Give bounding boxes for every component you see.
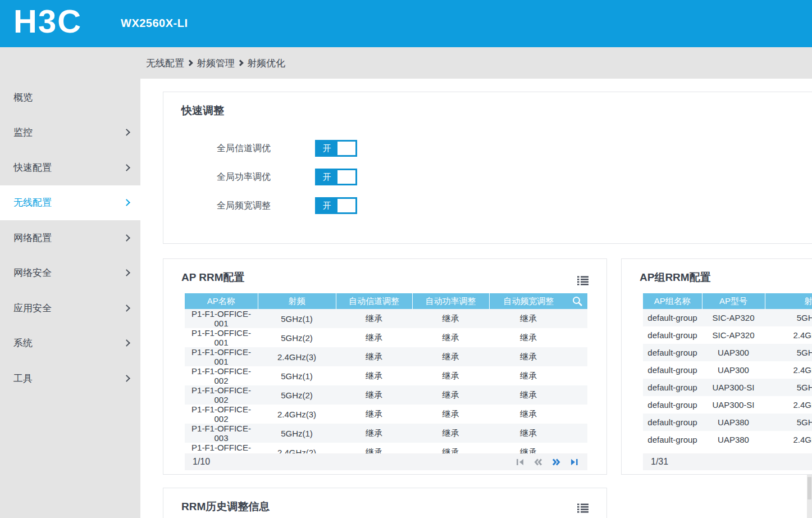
toggle-state-label: 开 xyxy=(315,140,339,157)
search-icon[interactable] xyxy=(572,296,583,307)
toggle-label: 全局信道调优 xyxy=(217,140,271,157)
global-channel-tuning-toggle[interactable]: 开 xyxy=(315,140,357,157)
column-header: AP组名称 xyxy=(643,293,702,309)
pagination-bar: 1/31 xyxy=(643,453,812,470)
toggle-row: 全局功率调优 开 xyxy=(163,169,812,185)
table-row[interactable]: default-groupUAP3005GHz(1) xyxy=(643,344,812,361)
table-header-row: AP名称 射频 自动信道调整 自动功率调整 自动频宽调整 xyxy=(185,293,587,309)
breadcrumb: 无线配置 射频管理 射频优化 xyxy=(146,47,285,79)
panel-title: 快速调整 xyxy=(181,103,224,118)
panel-title: AP RRM配置 xyxy=(181,270,245,285)
sidebar-item-app-security[interactable]: 应用安全 xyxy=(0,290,140,326)
panel-title: RRM历史调整信息 xyxy=(181,499,270,514)
toggle-knob xyxy=(337,142,355,155)
sidebar-item-label: 网络安全 xyxy=(13,266,52,279)
toggle-knob xyxy=(337,170,355,184)
list-icon[interactable] xyxy=(577,503,589,513)
sidebar-item-label: 系统 xyxy=(13,337,33,349)
sidebar-item-quick-config[interactable]: 快速配置 xyxy=(0,150,140,185)
chevron-right-icon xyxy=(237,60,243,66)
table-row[interactable]: P1-F1-OFFICE-0022.4GHz(3)继承继承继承 xyxy=(185,405,587,424)
table-row[interactable]: default-groupUAP300-SI2.4GHz(2) xyxy=(643,396,812,414)
breadcrumb-bar: 无线配置 射频管理 射频优化 xyxy=(0,47,812,79)
toggle-row: 全局信道调优 开 xyxy=(163,140,812,157)
column-header: 自动频宽调整 xyxy=(489,293,568,309)
sidebar-item-label: 应用安全 xyxy=(13,302,52,315)
column-header: AP型号 xyxy=(702,293,765,309)
sidebar-item-label: 工具 xyxy=(13,372,33,385)
toggle-state-label: 开 xyxy=(315,169,339,185)
column-header: 自动功率调整 xyxy=(412,293,489,309)
ap-rrm-panel: AP RRM配置 AP名称 射频 自动信道调整 自动功率调整 自动频宽调整 xyxy=(163,258,607,475)
sidebar-item-label: 网络配置 xyxy=(13,231,52,244)
sidebar-item-label: 概览 xyxy=(13,91,33,104)
table-row[interactable]: P1-F1-OFFICE-0015GHz(1)继承继承继承 xyxy=(185,309,587,328)
sidebar-item-tools[interactable]: 工具 xyxy=(0,361,140,396)
table-row[interactable]: P1-F1-OFFICE-0012.4GHz(3)继承继承继承 xyxy=(185,347,587,366)
page-indicator: 1/31 xyxy=(643,457,668,467)
table-row[interactable]: P1-F1-OFFICE-0025GHz(1)继承继承继承 xyxy=(185,366,587,385)
chevron-right-icon xyxy=(186,60,193,66)
page-indicator: 1/10 xyxy=(185,457,210,467)
column-header: 射频 xyxy=(765,293,812,309)
search-header-cell xyxy=(568,293,587,309)
table-row[interactable]: P1-F1-OFFICE-0025GHz(2)继承继承继承 xyxy=(185,385,587,405)
ap-group-rrm-table: AP组名称 AP型号 射频 default-groupSIC-AP3205GHz… xyxy=(643,293,812,448)
column-header: 射频 xyxy=(258,293,336,309)
scrollbar[interactable] xyxy=(807,475,812,518)
column-header: 自动信道调整 xyxy=(336,293,412,309)
sidebar-item-monitor[interactable]: 监控 xyxy=(0,115,140,151)
device-model: WX2560X-LI xyxy=(121,17,188,30)
table-row[interactable]: default-groupUAP300-SI5GHz(1) xyxy=(643,379,812,396)
chevron-right-icon xyxy=(123,269,130,276)
chevron-right-icon xyxy=(123,199,130,206)
chevron-right-icon xyxy=(123,305,130,312)
chevron-right-icon xyxy=(123,234,130,242)
h3c-logo: H3C xyxy=(13,2,82,40)
breadcrumb-item[interactable]: 无线配置 xyxy=(146,57,184,70)
global-power-tuning-toggle[interactable]: 开 xyxy=(315,169,357,185)
sidebar-item-overview[interactable]: 概览 xyxy=(0,80,140,115)
table-row[interactable]: P1-F1-OFFICE-0035GHz(1)继承继承继承 xyxy=(185,424,587,443)
scrollbar-thumb[interactable] xyxy=(808,477,811,499)
table-row[interactable]: default-groupUAP3002.4GHz(2) xyxy=(643,361,812,379)
chevron-right-icon xyxy=(123,375,130,382)
sidebar-item-wireless-config[interactable]: 无线配置 xyxy=(0,185,140,221)
ap-rrm-table: AP名称 射频 自动信道调整 自动功率调整 自动频宽调整 P1-F1-OFFIC… xyxy=(185,293,587,462)
sidebar-item-label: 无线配置 xyxy=(13,196,52,209)
app-header: H3C WX2560X-LI xyxy=(0,0,812,47)
chevron-right-icon xyxy=(123,164,130,171)
table-header-row: AP组名称 AP型号 射频 xyxy=(643,293,812,309)
chevron-right-icon xyxy=(123,129,130,136)
table-row[interactable]: default-groupUAP3802.4GHz(2) xyxy=(643,431,812,448)
table-row[interactable]: default-groupSIC-AP3202.4GHz(2) xyxy=(643,326,812,344)
next-page-button[interactable] xyxy=(552,458,560,466)
table-row[interactable]: P1-F1-OFFICE-0015GHz(2)继承继承继承 xyxy=(185,328,587,347)
sidebar-item-system[interactable]: 系统 xyxy=(0,326,140,361)
quick-adjust-panel: 快速调整 全局信道调优 开 全局功率调优 开 全局频宽调整 开 xyxy=(163,92,812,244)
sidebar-item-network-security[interactable]: 网络安全 xyxy=(0,256,140,291)
toggle-row: 全局频宽调整 开 xyxy=(163,197,812,214)
column-header: AP名称 xyxy=(185,293,258,309)
table-row[interactable]: default-groupSIC-AP3205GHz(1) xyxy=(643,309,812,326)
previous-page-button[interactable] xyxy=(534,458,542,466)
global-bandwidth-adjust-toggle[interactable]: 开 xyxy=(315,197,357,214)
sidebar-item-label: 快速配置 xyxy=(13,161,52,174)
chevron-right-icon xyxy=(123,339,130,347)
list-icon[interactable] xyxy=(577,276,589,285)
toggle-label: 全局频宽调整 xyxy=(217,197,271,214)
breadcrumb-item[interactable]: 射频优化 xyxy=(247,57,285,70)
sidebar-item-network-config[interactable]: 网络配置 xyxy=(0,220,140,256)
panel-title: AP组RRM配置 xyxy=(640,270,711,285)
pagination-bar: 1/10 xyxy=(185,453,587,470)
table-row[interactable]: default-groupUAP3805GHz(1) xyxy=(643,414,812,431)
toggle-label: 全局功率调优 xyxy=(217,169,271,185)
breadcrumb-item[interactable]: 射频管理 xyxy=(197,57,235,70)
ap-group-rrm-panel: AP组RRM配置 AP组名称 AP型号 射频 default-groupSIC-… xyxy=(621,258,812,475)
sidebar: 概览 监控 快速配置 无线配置 网络配置 网络安全 应用安全 系统 工具 xyxy=(0,79,140,518)
toggle-knob xyxy=(337,199,355,212)
last-page-button[interactable] xyxy=(570,458,578,466)
rrm-history-panel: RRM历史调整信息 xyxy=(163,488,607,518)
first-page-button[interactable] xyxy=(516,458,524,466)
toggle-state-label: 开 xyxy=(315,197,339,214)
